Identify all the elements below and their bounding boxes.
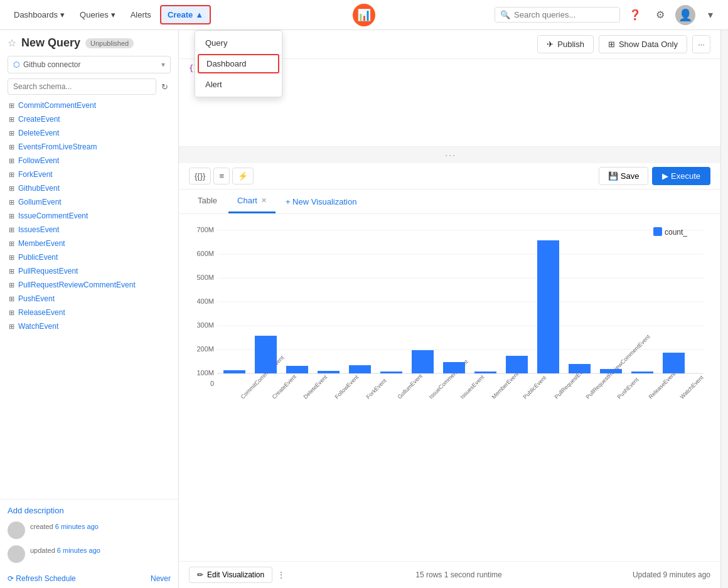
global-search[interactable]: 🔍 <box>495 7 620 23</box>
editor-format-buttons: {{}} ≡ ⚡ <box>189 168 254 184</box>
schema-item[interactable]: ⊞PushEvent <box>0 292 178 306</box>
table-icon: ⊞ <box>9 309 14 317</box>
show-data-button[interactable]: ⊞ Show Data Only <box>599 35 687 53</box>
connector-label: Github connector <box>23 60 80 69</box>
unpublished-badge: Unpublished <box>85 38 134 48</box>
schema-search-input[interactable] <box>8 78 156 95</box>
table-icon: ⊞ <box>9 226 14 234</box>
dropdown-alert[interactable]: Alert <box>195 75 282 94</box>
tab-new-visualization[interactable]: + New Visualization <box>278 192 365 211</box>
svg-text:PublicEvent: PublicEvent <box>522 375 547 400</box>
schema-item[interactable]: ⊞ForkEvent <box>0 168 178 181</box>
schema-item[interactable]: ⊞CommitCommentEvent <box>0 99 178 112</box>
add-description[interactable]: Add description <box>8 506 171 515</box>
scrollbar[interactable] <box>720 30 728 588</box>
rows-info: 15 rows 1 second runtime <box>285 570 633 579</box>
search-input[interactable] <box>514 10 614 19</box>
schema-refresh-icon[interactable]: ↻ <box>159 80 171 94</box>
more-options-icon[interactable]: ⋮ <box>277 570 285 579</box>
dropdown-query[interactable]: Query <box>195 33 282 53</box>
tab-table[interactable]: Table <box>189 190 226 213</box>
save-icon: 💾 <box>608 171 618 181</box>
query-title: New Query <box>21 36 80 50</box>
svg-rect-34 <box>506 356 528 373</box>
svg-text:PullRequestReviewCommentEvent: PullRequestReviewCommentEvent <box>584 333 651 400</box>
chevron-down-icon[interactable]: ▾ <box>700 5 720 25</box>
sidebar: ☆ New Query Unpublished ⬡ Github connect… <box>0 30 179 588</box>
table-icon: ⊞ <box>9 198 14 206</box>
svg-rect-28 <box>412 350 434 373</box>
svg-rect-38 <box>569 364 591 373</box>
svg-text:CreateEvent: CreateEvent <box>270 373 297 400</box>
edit-visualization-button[interactable]: ✏ Edit Visualization <box>189 567 272 583</box>
connector-select[interactable]: ⬡ Github connector ▾ <box>8 56 171 73</box>
resize-handle[interactable]: ⋯ <box>179 147 720 163</box>
schema-item[interactable]: ⊞ReleaseEvent <box>0 306 178 319</box>
refresh-schedule-label[interactable]: ⟳ Refresh Schedule <box>8 574 76 583</box>
more-options-button[interactable]: ··· <box>692 35 710 53</box>
indent-btn[interactable]: ≡ <box>213 168 230 184</box>
bottom-bar: ✏ Edit Visualization ⋮ 15 rows 1 second … <box>179 561 720 588</box>
save-button[interactable]: 💾 Save <box>599 167 649 185</box>
schema-item[interactable]: ⊞FollowEvent <box>0 154 178 168</box>
avatar[interactable]: 👤 <box>675 5 695 25</box>
schema-item[interactable]: ⊞MemberEvent <box>0 237 178 250</box>
tab-chart-close[interactable]: ✕ <box>261 196 267 205</box>
schema-item[interactable]: ⊞DeleteEvent <box>0 126 178 140</box>
schema-item[interactable]: ⊞IssuesEvent <box>0 223 178 237</box>
star-icon[interactable]: ☆ <box>8 37 16 49</box>
nav-alerts[interactable]: Alerts <box>124 6 158 23</box>
nav-create[interactable]: Create ▲ <box>160 5 211 24</box>
format-btn[interactable]: {{}} <box>189 168 211 184</box>
publish-button[interactable]: ✈ Publish <box>537 35 594 53</box>
schema-item[interactable]: ⊞CreateEvent <box>0 112 178 126</box>
table-icon: ⊞ <box>9 102 14 110</box>
schema-item[interactable]: ⊞PullRequestEvent <box>0 264 178 278</box>
svg-rect-20 <box>286 366 308 373</box>
execute-button[interactable]: ▶ Execute <box>652 167 710 185</box>
schema-item[interactable]: ⊞IssueCommentEvent <box>0 209 178 223</box>
content-area: ✈ Publish ⊞ Show Data Only ··· {} by Typ… <box>179 30 720 588</box>
updated-text: Updated 9 minutes ago <box>633 570 710 579</box>
lightning-btn[interactable]: ⚡ <box>232 168 254 184</box>
svg-text:count_: count_ <box>665 228 687 237</box>
svg-rect-42 <box>631 372 653 373</box>
tab-chart[interactable]: Chart ✕ <box>228 190 276 213</box>
schema-item[interactable]: ⊞GithubEvent <box>0 181 178 195</box>
svg-rect-30 <box>443 362 465 373</box>
schema-search-row: ↻ <box>8 78 171 95</box>
settings-icon[interactable]: ⚙ <box>650 5 670 25</box>
svg-text:100M: 100M <box>196 369 214 377</box>
table-icon: ⊞ <box>9 240 14 248</box>
svg-rect-16 <box>223 370 245 373</box>
nav-queries[interactable]: Queries ▾ <box>73 6 122 23</box>
create-dropdown: Query Dashboard Alert <box>195 30 282 97</box>
svg-text:FollowEvent: FollowEvent <box>333 373 360 400</box>
editor-toolbar: {{}} ≡ ⚡ 💾 Save ▶ Execute <box>179 163 720 190</box>
help-icon[interactable]: ❓ <box>625 5 645 25</box>
svg-text:300M: 300M <box>196 321 214 329</box>
svg-text:0: 0 <box>210 380 214 387</box>
nav-dashboards[interactable]: Dashboards ▾ <box>8 6 71 23</box>
table-icon: ⊞ <box>9 115 14 124</box>
schema-item[interactable]: ⊞WatchEvent <box>0 319 178 333</box>
svg-text:GollumEvent: GollumEvent <box>396 373 424 400</box>
svg-rect-18 <box>255 336 277 373</box>
updated-time[interactable]: 6 minutes ago <box>57 547 100 554</box>
bar-chart: 700M 600M 500M 400M 300M 200M 100M 0 Com… <box>189 224 704 419</box>
table-icon: ⊞ <box>9 184 14 193</box>
schema-item[interactable]: ⊞EventsFromLiveStream <box>0 140 178 154</box>
svg-rect-36 <box>537 240 559 373</box>
svg-text:MemberEvent: MemberEvent <box>490 371 520 400</box>
publish-icon: ✈ <box>547 40 554 49</box>
table-icon: ⊞ <box>9 212 14 220</box>
schema-item[interactable]: ⊞PullRequestReviewCommentEvent <box>0 278 178 292</box>
refresh-schedule-value[interactable]: Never <box>151 574 171 583</box>
chart-wrapper: 700M 600M 500M 400M 300M 200M 100M 0 Com… <box>189 224 710 420</box>
created-time[interactable]: 6 minutes ago <box>55 523 99 530</box>
dropdown-dashboard[interactable]: Dashboard <box>198 54 279 73</box>
schema-item[interactable]: ⊞GollumEvent <box>0 195 178 209</box>
table-icon: ⊞ <box>9 254 14 262</box>
svg-text:500M: 500M <box>196 274 214 281</box>
schema-item[interactable]: ⊞PublicEvent <box>0 250 178 264</box>
